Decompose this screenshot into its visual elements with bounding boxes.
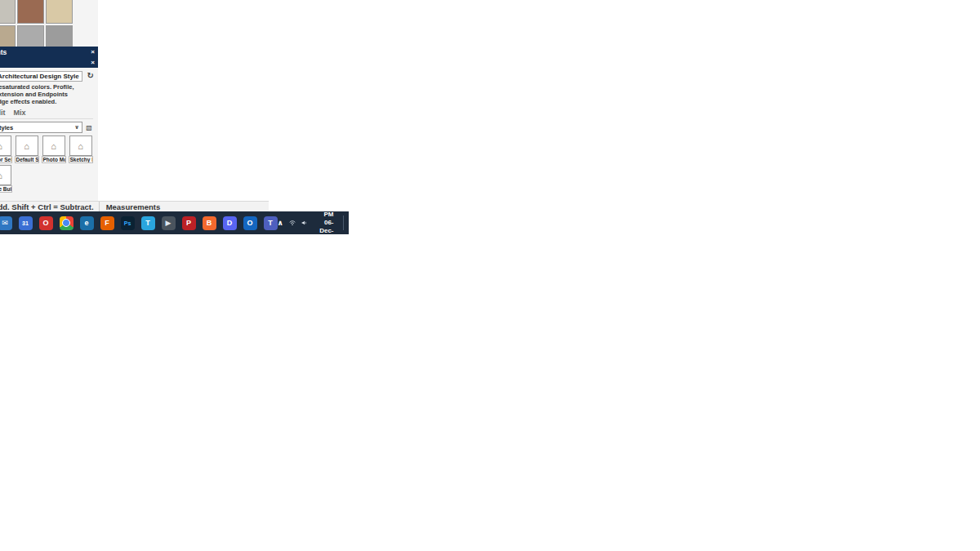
style-description: Desaturated colors. Profile, Extension a…: [0, 83, 82, 105]
outlook-icon[interactable]: O: [243, 216, 257, 230]
measurements-input[interactable]: [167, 202, 265, 211]
measurements-label: Measurements: [106, 202, 161, 211]
dropdown-arrow-icon: ∨: [74, 124, 79, 131]
material-swatch[interactable]: [46, 0, 73, 24]
style-thumbnail-image: ⌂: [69, 136, 92, 156]
material-swatch[interactable]: [0, 25, 16, 47]
style-thumbnail-label: Photo Mc: [42, 156, 66, 163]
default-tray: Default Tray ▫ × ▾ Materials × Default +…: [0, 0, 98, 201]
styles-tabs: Select Edit Mix: [0, 108, 93, 119]
style-refresh-icon[interactable]: ↻: [87, 71, 94, 80]
taskbar-clock[interactable]: 2:02 PM 06-Dec-23: [313, 202, 333, 243]
material-swatch[interactable]: [46, 25, 73, 47]
styles-detail-icon[interactable]: ▧: [85, 124, 93, 131]
styles-thumb-grid: ⌂Assorted⌂Color Sel⌂Default S⌂Photo Mc⌂S…: [0, 136, 93, 193]
status-hint: Click or drag to select objects. Shift =…: [0, 202, 94, 211]
styles-collection-dropdown[interactable]: Styles ∨: [0, 122, 82, 133]
components-header-label: Components: [0, 48, 7, 56]
style-thumbnail[interactable]: ⌂Default S: [14, 136, 39, 163]
taskbar-apps: ▦▭≡✉31OeFPsT▶PBDOT: [0, 216, 278, 230]
pinterest-icon[interactable]: P: [182, 216, 196, 230]
tray-chevron-icon[interactable]: ∧: [278, 219, 283, 227]
firefox-icon[interactable]: F: [100, 216, 114, 230]
edge-icon[interactable]: e: [80, 216, 94, 230]
components-section-header[interactable]: ▾ Components ×: [0, 47, 98, 57]
components-close-icon[interactable]: ×: [91, 48, 95, 56]
materials-panel: Default + ▤ ✎ Select Edit ◂ ▸ ⌂: [0, 0, 98, 47]
styles-panel: ⌂ Architectural Design Style Desaturated…: [0, 68, 98, 201]
style-thumbnail-image: ⌂: [0, 136, 11, 156]
windows-taskbar: 21°C Haze Search ▦▭≡✉31OeFPsT▶PBDOT ∧ 2:…: [0, 211, 349, 234]
telegram-icon[interactable]: T: [141, 216, 155, 230]
wifi-icon[interactable]: [289, 219, 296, 227]
sketchup-window: calssical pool - SketchUp Pro 2022 – □ ×…: [0, 0, 14, 14]
photoshop-icon[interactable]: Ps: [121, 216, 135, 230]
style-thumbnail-label: Style Bui: [0, 185, 12, 193]
media-player-icon[interactable]: ▶: [162, 216, 176, 230]
mail-icon[interactable]: ✉: [0, 216, 12, 230]
calendar-icon[interactable]: 31: [19, 216, 33, 230]
style-thumbnail[interactable]: ⌂Photo Mc: [41, 136, 66, 163]
brave-icon[interactable]: B: [203, 216, 216, 230]
styles-section-header[interactable]: ▾ Styles ×: [0, 57, 98, 68]
style-thumbnail[interactable]: ⌂Style Bui: [0, 165, 12, 193]
style-thumbnail[interactable]: ⌂Sketchy I: [68, 136, 93, 163]
chrome-icon[interactable]: [60, 216, 74, 230]
volume-icon[interactable]: [301, 219, 307, 227]
show-desktop-button[interactable]: [343, 216, 345, 230]
style-thumbnail-image: ⌂: [16, 136, 38, 156]
material-swatch[interactable]: [17, 0, 44, 24]
material-swatch[interactable]: [0, 0, 16, 24]
teams-icon[interactable]: T: [264, 216, 278, 230]
style-thumbnail-image: ⌂: [42, 136, 65, 156]
taskbar-date: 06-Dec-23: [313, 219, 333, 243]
styles-close-icon[interactable]: ×: [91, 59, 95, 66]
styles-tab-mix[interactable]: Mix: [14, 109, 26, 117]
styles-tab-edit[interactable]: Edit: [0, 109, 6, 117]
style-name[interactable]: Architectural Design Style: [0, 71, 82, 82]
status-bar: ? ⊕ Click or drag to select objects. Shi…: [0, 201, 269, 211]
style-thumbnail-label: Sketchy I: [69, 156, 93, 163]
materials-swatch-grid: [0, 0, 93, 47]
taskbar-time: 2:02 PM: [313, 202, 333, 219]
style-thumbnail[interactable]: ⌂Color Sel: [0, 136, 12, 163]
style-thumbnail-label: Color Sel: [0, 156, 12, 163]
opera-icon[interactable]: O: [39, 216, 53, 230]
style-thumbnail-label: Default S: [15, 156, 39, 163]
discord-icon[interactable]: D: [223, 216, 237, 230]
material-swatch[interactable]: [17, 25, 44, 47]
style-thumbnail-image: ⌂: [0, 165, 11, 185]
